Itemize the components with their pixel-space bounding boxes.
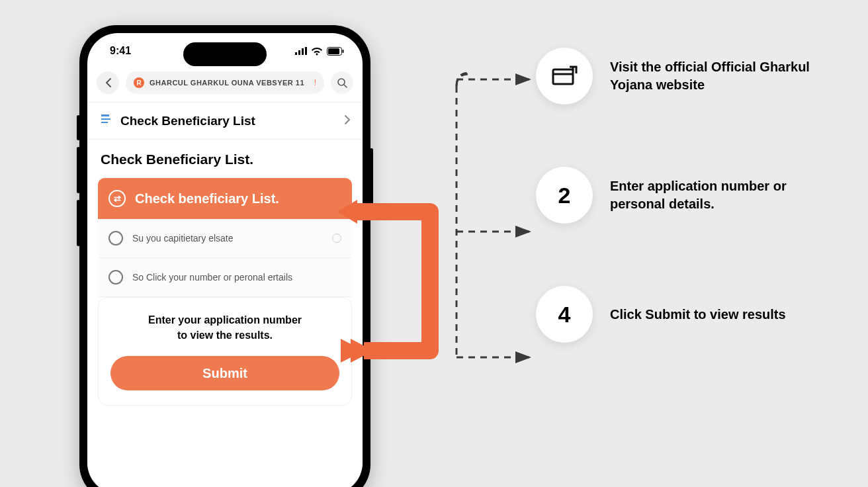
step-1-text: Visit the official Official Gharkul Yoja… [610, 58, 827, 94]
svg-rect-1 [298, 50, 300, 55]
hint-text: Enter your application number to view th… [110, 312, 339, 343]
svg-rect-5 [328, 48, 339, 54]
status-icons [295, 47, 344, 56]
back-button[interactable] [97, 71, 119, 94]
step-2: 2 Enter application number or personal d… [536, 167, 827, 224]
banner-check-beneficiary: ⇄ Check beneficiary List. [98, 178, 352, 219]
step-2-text: Enter application number or personal det… [610, 177, 827, 213]
banner-badge-icon: ⇄ [108, 190, 126, 207]
wifi-icon [311, 47, 323, 56]
submit-card: Enter your application number to view th… [98, 297, 352, 406]
website-icon [551, 65, 578, 87]
option-row-1[interactable]: Su you capitietary elsate [98, 219, 352, 258]
svg-rect-3 [305, 47, 307, 55]
power-button [370, 148, 373, 212]
svg-rect-6 [343, 50, 344, 53]
svg-line-8 [344, 85, 347, 87]
option-label: So Click your number or peronal ertails [132, 272, 292, 283]
nav-item-check-beneficiary[interactable]: Check Beneficiary List [87, 103, 363, 140]
list-icon [99, 113, 112, 128]
option-row-2[interactable]: So Click your number or peronal ertails [98, 258, 352, 297]
search-icon [337, 78, 347, 88]
svg-rect-0 [295, 52, 297, 55]
cellular-icon [295, 47, 307, 55]
page-content: Check Beneficiary List. ⇄ Check benefici… [87, 140, 363, 406]
submit-label: Submit [202, 366, 247, 381]
svg-rect-10 [553, 69, 573, 84]
step-1-badge [536, 48, 593, 105]
step-1: Visit the official Official Gharkul Yoja… [536, 48, 827, 105]
phone-frame: 9:41 R GHARCUL GHARKUL OUNA VEBSYER 11 ! [79, 25, 370, 487]
hint-line-1: Enter your application number [148, 314, 302, 326]
radio-icon [108, 270, 123, 285]
option-label: Su you capitietary elsate [132, 233, 234, 244]
banner-title: Check beneficiary List. [135, 191, 279, 206]
dynamic-island [183, 42, 267, 66]
volume-up-button [77, 115, 80, 140]
address-bar[interactable]: R GHARCUL GHARKUL OUNA VEBSYER 11 ! [126, 71, 324, 94]
site-badge-icon: R [134, 77, 144, 88]
radio-icon [108, 231, 123, 245]
steps-list: Visit the official Official Gharkul Yoja… [536, 48, 827, 343]
step-3-badge: 4 [536, 286, 593, 343]
chevron-left-icon [105, 78, 111, 87]
browser-nav-row: R GHARCUL GHARKUL OUNA VEBSYER 11 ! [87, 69, 363, 103]
phone-screen: 9:41 R GHARCUL GHARKUL OUNA VEBSYER 11 ! [87, 33, 363, 487]
search-button[interactable] [331, 71, 353, 94]
step-3: 4 Click Submit to view results [536, 286, 827, 343]
battery-icon [327, 47, 344, 56]
volume-down-button-2 [77, 200, 80, 246]
volume-down-button [77, 147, 80, 193]
warning-icon: ! [314, 78, 316, 87]
nav-item-label: Check Beneficiary List [120, 114, 255, 128]
trailing-radio-icon [332, 234, 341, 243]
status-time: 9:41 [110, 45, 131, 57]
svg-rect-2 [302, 48, 304, 55]
step-3-text: Click Submit to view results [610, 306, 786, 324]
page-title: Check Beneficiary List. [98, 152, 352, 167]
hint-line-2: to view the results. [177, 330, 273, 341]
address-text: GHARCUL GHARKUL OUNA VEBSYER 11 [150, 79, 304, 87]
step-2-badge: 2 [536, 167, 593, 224]
chevron-right-icon [345, 114, 351, 128]
submit-button[interactable]: Submit [110, 356, 339, 390]
